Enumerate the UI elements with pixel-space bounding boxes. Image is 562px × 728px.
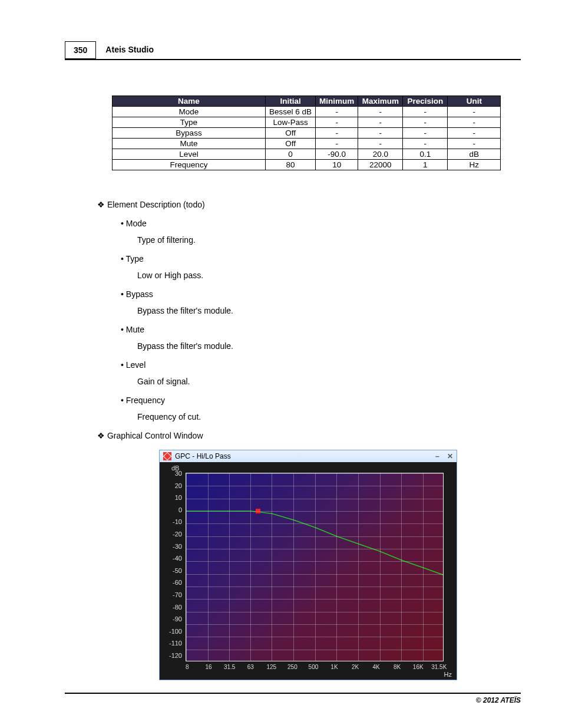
table-row: MuteOff---- <box>113 139 501 149</box>
x-tick: 2K <box>345 664 366 670</box>
section-element-description: Element Description (todo) <box>97 200 521 209</box>
cell-initial: Off <box>266 139 316 149</box>
page-number: 350 <box>65 41 96 59</box>
cell-unit: - <box>448 139 501 149</box>
x-tick: 1K <box>324 664 345 670</box>
item-label: Mode <box>121 219 521 228</box>
cell-name: Frequency <box>113 160 266 170</box>
x-tick: 125 <box>261 664 282 670</box>
item-label: Type <box>121 254 521 263</box>
titlebar: GPC - Hi/Lo Pass – ✕ <box>160 450 457 462</box>
cell-unit: Hz <box>448 160 501 170</box>
cell-unit: - <box>448 128 501 139</box>
y-tick: -40 <box>163 555 182 562</box>
th-minimum: Minimum <box>316 96 358 107</box>
cell-initial: 0 <box>266 149 316 160</box>
x-tick: 8 <box>186 664 198 670</box>
page-header: 350 Ateis Studio <box>65 41 521 60</box>
y-tick: 10 <box>163 495 182 501</box>
cell-name: Level <box>113 149 266 160</box>
app-icon <box>163 452 171 460</box>
list-item: BypassBypass the filter's module. <box>121 289 521 315</box>
cell-unit: - <box>448 107 501 117</box>
table-row: BypassOff---- <box>113 128 501 139</box>
x-tick: 63 <box>240 664 261 670</box>
cell-precision: 1 <box>403 160 448 170</box>
table-row: Frequency8010220001Hz <box>113 160 501 170</box>
th-unit: Unit <box>448 96 501 107</box>
table-row: ModeBessel 6 dB---- <box>113 107 501 117</box>
cell-maximum: - <box>358 139 403 149</box>
y-tick: -120 <box>163 653 182 659</box>
x-tick: 500 <box>303 664 324 670</box>
x-tick: 8K <box>386 664 408 670</box>
cell-unit: - <box>448 117 501 128</box>
y-tick: -70 <box>163 592 182 598</box>
cell-maximum: - <box>358 117 403 128</box>
list-item: TypeLow or High pass. <box>121 254 521 280</box>
item-desc: Gain of signal. <box>137 377 521 386</box>
chart: dB 3020100-10-20-30-40-50-60-70-80-90-10… <box>160 462 457 680</box>
cell-initial: Bessel 6 dB <box>266 107 316 117</box>
cell-maximum: 20.0 <box>358 149 403 160</box>
x-tick: 4K <box>366 664 387 670</box>
y-tick: -100 <box>163 628 182 635</box>
list-item: ModeType of filtering. <box>121 219 521 245</box>
x-tick: 16K <box>408 664 429 670</box>
x-tick: 16 <box>198 664 219 670</box>
y-tick: 20 <box>163 483 182 489</box>
close-button[interactable]: ✕ <box>447 452 453 460</box>
y-tick: -90 <box>163 616 182 622</box>
list-item: FrequencyFrequency of cut. <box>121 396 521 421</box>
th-maximum: Maximum <box>358 96 403 107</box>
cell-precision: - <box>403 139 448 149</box>
th-name: Name <box>113 96 266 107</box>
cell-minimum: - <box>316 128 358 139</box>
cell-unit: dB <box>448 149 501 160</box>
cell-minimum: 10 <box>316 160 358 170</box>
y-tick: -30 <box>163 543 182 550</box>
section-graphical: Graphical Control Window <box>97 431 521 440</box>
item-label: Mute <box>121 325 521 334</box>
cell-initial: 80 <box>266 160 316 170</box>
cell-precision: - <box>403 107 448 117</box>
item-desc: Frequency of cut. <box>137 412 521 421</box>
cell-maximum: - <box>358 128 403 139</box>
list-item: MuteBypass the filter's module. <box>121 325 521 351</box>
y-tick: 0 <box>163 507 182 513</box>
cell-minimum: - <box>316 117 358 128</box>
cell-name: Mute <box>113 139 266 149</box>
minimize-button[interactable]: – <box>435 452 439 460</box>
item-desc: Type of filtering. <box>137 235 521 245</box>
y-tick: -50 <box>163 568 182 574</box>
cell-precision: - <box>403 117 448 128</box>
item-desc: Bypass the filter's module. <box>137 306 521 315</box>
y-tick: -10 <box>163 519 182 525</box>
item-label: Level <box>121 360 521 370</box>
y-tick: -110 <box>163 640 182 647</box>
cell-minimum: - <box>316 139 358 149</box>
cell-initial: Low-Pass <box>266 117 316 128</box>
table-row: Level0-90.020.00.1dB <box>113 149 501 160</box>
x-tick: 250 <box>282 664 303 670</box>
cell-name: Mode <box>113 107 266 117</box>
th-precision: Precision <box>403 96 448 107</box>
cell-maximum: - <box>358 107 403 117</box>
list-item: LevelGain of signal. <box>121 360 521 386</box>
y-tick: -80 <box>163 604 182 611</box>
footer-copyright: © 2012 ATEÏS <box>65 693 521 704</box>
y-tick: -20 <box>163 531 182 538</box>
cell-name: Bypass <box>113 128 266 139</box>
cell-precision: 0.1 <box>403 149 448 160</box>
th-initial: Initial <box>266 96 316 107</box>
y-tick: -60 <box>163 579 182 586</box>
x-axis-label: Hz <box>444 671 452 678</box>
table-row: TypeLow-Pass---- <box>113 117 501 128</box>
y-tick: 30 <box>163 470 182 477</box>
parameters-table: Name Initial Minimum Maximum Precision U… <box>112 95 501 170</box>
window-title: GPC - Hi/Lo Pass <box>175 452 429 460</box>
cell-minimum: -90.0 <box>316 149 358 160</box>
x-tick: 31.5 <box>219 664 240 670</box>
cell-maximum: 22000 <box>358 160 403 170</box>
item-label: Bypass <box>121 289 521 299</box>
